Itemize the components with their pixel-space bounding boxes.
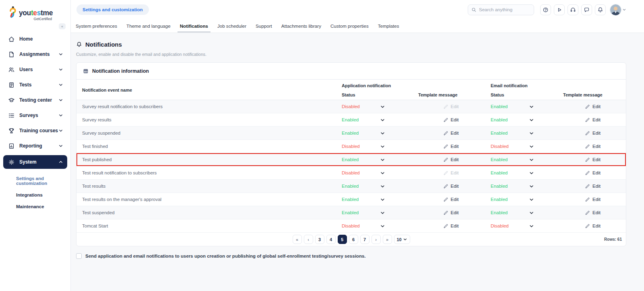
sidebar-item-system[interactable]: System bbox=[3, 155, 67, 169]
sidebar-subitem-maintenance[interactable]: Maintenance bbox=[16, 204, 67, 209]
email-status-dropdown[interactable]: Enabled bbox=[487, 170, 559, 176]
email-template-edit-button[interactable]: Edit bbox=[559, 117, 626, 123]
page-size-select[interactable]: 10 bbox=[394, 235, 410, 244]
global-notification-checkbox[interactable]: Send application and email notifications… bbox=[76, 253, 626, 259]
application-status-dropdown[interactable]: Disabled bbox=[338, 104, 415, 109]
sidebar-item-home[interactable]: Home bbox=[3, 33, 67, 45]
application-status-dropdown[interactable]: Enabled bbox=[338, 184, 415, 189]
event-name: Tomcat Start bbox=[76, 223, 338, 228]
event-name: Test suspended bbox=[76, 210, 338, 215]
edit-label: Edit bbox=[451, 157, 459, 162]
pencil-icon bbox=[585, 144, 590, 149]
sidebar-item-label: Reporting bbox=[19, 143, 58, 149]
tab-support[interactable]: Support bbox=[256, 19, 272, 33]
application-status-dropdown[interactable]: Disabled bbox=[338, 144, 415, 149]
application-template-edit-button[interactable]: Edit bbox=[415, 184, 487, 189]
chat-icon bbox=[584, 7, 590, 13]
email-status-dropdown[interactable]: Enabled bbox=[487, 184, 559, 189]
email-status-dropdown[interactable]: Enabled bbox=[487, 117, 559, 123]
tab-system-preferences[interactable]: System preferences bbox=[76, 19, 117, 33]
table-row-test-suspended: Test suspended Enabled Edit Enabled Edit bbox=[76, 206, 626, 219]
table-header: Notification event name Application noti… bbox=[76, 79, 626, 100]
application-template-edit-button[interactable]: Edit bbox=[415, 117, 487, 123]
page-subtitle: Customize, enable and disable the email … bbox=[76, 52, 626, 57]
email-status-dropdown[interactable]: Disabled bbox=[487, 223, 559, 229]
chevron-down-icon bbox=[403, 237, 407, 242]
application-status-dropdown[interactable]: Disabled bbox=[338, 223, 415, 229]
chat-button[interactable] bbox=[581, 4, 592, 15]
page-button-3[interactable]: 3 bbox=[315, 235, 324, 244]
application-template-edit-button[interactable]: Edit bbox=[415, 210, 487, 215]
status-value: Enabled bbox=[491, 104, 529, 109]
page-button-5[interactable]: 5 bbox=[338, 235, 347, 244]
application-status-dropdown[interactable]: Enabled bbox=[338, 157, 415, 162]
last-page-button[interactable]: » bbox=[383, 235, 392, 244]
chevron-down-icon bbox=[380, 210, 385, 215]
play-button[interactable] bbox=[554, 4, 565, 15]
application-status-dropdown[interactable]: Disabled bbox=[338, 170, 415, 176]
table-row-test-published: Test published Enabled Edit Enabled Edit bbox=[76, 153, 626, 166]
page-button-7[interactable]: 7 bbox=[360, 235, 369, 244]
email-template-edit-button[interactable]: Edit bbox=[559, 144, 626, 149]
sidebar: youtestme GetCertified « HomeAssignments… bbox=[0, 0, 71, 291]
page-button-4[interactable]: 4 bbox=[326, 235, 336, 244]
user-menu[interactable] bbox=[610, 4, 626, 15]
application-template-edit-button[interactable]: Edit bbox=[415, 131, 487, 136]
email-template-edit-button[interactable]: Edit bbox=[559, 210, 626, 215]
page-button-6[interactable]: 6 bbox=[349, 235, 358, 244]
chevron-down-icon bbox=[380, 117, 385, 123]
application-status-dropdown[interactable]: Enabled bbox=[338, 197, 415, 202]
chevron-down-icon bbox=[380, 223, 385, 229]
headset-button[interactable] bbox=[568, 4, 578, 15]
edit-label: Edit bbox=[592, 184, 601, 189]
sidebar-item-tests[interactable]: Tests bbox=[3, 79, 67, 91]
tab-notifications[interactable]: Notifications bbox=[180, 19, 208, 33]
application-template-edit-button[interactable]: Edit bbox=[415, 157, 487, 162]
prev-page-button[interactable]: ‹ bbox=[304, 235, 313, 244]
chevron-down-icon bbox=[380, 170, 385, 176]
first-page-button[interactable]: « bbox=[293, 235, 302, 244]
email-status-dropdown[interactable]: Enabled bbox=[487, 197, 559, 202]
application-template-edit-button[interactable]: Edit bbox=[415, 223, 487, 229]
bell-button[interactable] bbox=[595, 4, 606, 15]
tab-templates[interactable]: Templates bbox=[378, 19, 399, 33]
email-status-dropdown[interactable]: Enabled bbox=[487, 104, 559, 109]
application-template-edit-button[interactable]: Edit bbox=[415, 144, 487, 149]
sidebar-item-reporting[interactable]: Reporting bbox=[3, 140, 67, 152]
table-row-test-results: Test results Enabled Edit Enabled Edit bbox=[76, 180, 626, 193]
sidebar-subitem-settings-and-customization[interactable]: Settings and customization bbox=[16, 176, 67, 186]
application-template-edit-button[interactable]: Edit bbox=[415, 197, 487, 202]
breadcrumb[interactable]: Settings and customization bbox=[76, 4, 149, 15]
sidebar-item-training-courses[interactable]: Training courses bbox=[3, 125, 67, 137]
tab-attachments-library[interactable]: Attachments library bbox=[281, 19, 321, 33]
help-button[interactable] bbox=[540, 4, 551, 15]
sidebar-item-surveys[interactable]: Surveys bbox=[3, 109, 67, 121]
application-status-dropdown[interactable]: Enabled bbox=[338, 117, 415, 123]
email-template-edit-button[interactable]: Edit bbox=[559, 170, 626, 176]
email-status-dropdown[interactable]: Enabled bbox=[487, 131, 559, 136]
sidebar-item-users[interactable]: Users bbox=[3, 64, 67, 76]
tab-custom-properties[interactable]: Custom properties bbox=[330, 19, 369, 33]
sidebar-item-assignments[interactable]: Assignments bbox=[3, 48, 67, 60]
search-input[interactable] bbox=[468, 4, 534, 15]
checkbox-box[interactable] bbox=[76, 253, 82, 259]
sidebar-subitem-integrations[interactable]: Integrations bbox=[16, 193, 67, 197]
tab-job-scheduler[interactable]: Job scheduler bbox=[217, 19, 246, 33]
email-template-edit-button[interactable]: Edit bbox=[559, 157, 626, 162]
application-status-dropdown[interactable]: Enabled bbox=[338, 131, 415, 136]
sidebar-collapse-button[interactable]: « bbox=[59, 23, 66, 29]
tab-theme-and-language[interactable]: Theme and language bbox=[126, 19, 171, 33]
email-status-dropdown[interactable]: Enabled bbox=[487, 210, 559, 215]
email-status-dropdown[interactable]: Disabled bbox=[487, 144, 559, 149]
email-template-edit-button[interactable]: Edit bbox=[559, 184, 626, 189]
sidebar-item-testing-center[interactable]: Testing center bbox=[3, 94, 67, 106]
email-status-dropdown[interactable]: Enabled bbox=[487, 157, 559, 162]
email-template-edit-button[interactable]: Edit bbox=[559, 223, 626, 229]
email-template-edit-button[interactable]: Edit bbox=[559, 104, 626, 109]
email-template-edit-button[interactable]: Edit bbox=[559, 131, 626, 136]
next-page-button[interactable]: › bbox=[372, 235, 381, 244]
application-status-dropdown[interactable]: Enabled bbox=[338, 210, 415, 215]
pencil-icon bbox=[443, 104, 448, 109]
chevron-down-icon bbox=[58, 98, 63, 102]
email-template-edit-button[interactable]: Edit bbox=[559, 197, 626, 202]
